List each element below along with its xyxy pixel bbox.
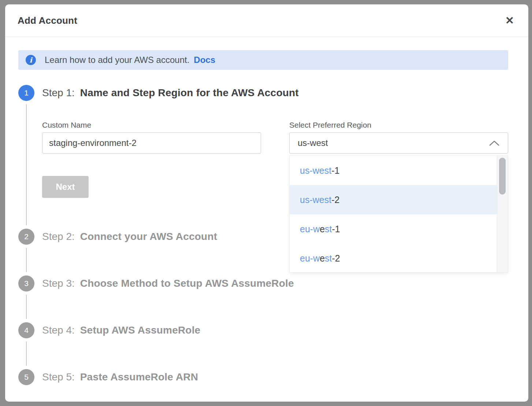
region-dropdown: us-west-1us-west-2eu-west-1eu-west-2 bbox=[289, 155, 508, 272]
option-text-segment: us-west bbox=[300, 195, 331, 205]
next-button[interactable]: Next bbox=[42, 176, 89, 198]
option-text-segment: -1 bbox=[332, 224, 340, 234]
close-icon[interactable]: ✕ bbox=[504, 14, 516, 27]
overlay-backdrop: Add Account ✕ i Learn how to add your AW… bbox=[0, 0, 532, 406]
step-5-section: 5 Step 5: Paste AssumeRole ARN bbox=[18, 369, 508, 385]
step-1-indicator: 1 bbox=[18, 85, 34, 101]
banner-text: Learn how to add your AWS account. bbox=[45, 55, 189, 65]
step-4-heading: Step 4: Setup AWS AssumeRole bbox=[42, 322, 508, 338]
modal-title: Add Account bbox=[18, 15, 77, 26]
custom-name-input[interactable] bbox=[42, 132, 261, 154]
chevron-up-icon[interactable] bbox=[489, 140, 500, 146]
step-5-heading: Step 5: Paste AssumeRole ARN bbox=[42, 369, 508, 385]
step-2-indicator: 2 bbox=[18, 229, 34, 245]
region-select[interactable]: us-west bbox=[289, 132, 508, 154]
region-select-label: Select Preferred Region bbox=[289, 121, 508, 129]
step-5-label: Step 5: bbox=[42, 371, 75, 383]
step-3-rail: 3 bbox=[18, 275, 34, 322]
option-text-segment: st bbox=[325, 224, 332, 234]
region-option-eu-west-1[interactable]: eu-west-1 bbox=[290, 214, 497, 244]
step-3-indicator: 3 bbox=[18, 275, 34, 292]
region-dropdown-options: us-west-1us-west-2eu-west-1eu-west-2 bbox=[290, 156, 497, 272]
modal-body: i Learn how to add your AWS account. Doc… bbox=[5, 37, 528, 402]
region-option-eu-west-2[interactable]: eu-west-2 bbox=[290, 244, 497, 273]
step-2-rail: 2 bbox=[18, 229, 34, 275]
custom-name-field-group: Custom Name Next bbox=[42, 121, 261, 198]
step-connector-line bbox=[26, 248, 27, 272]
step-3-section: 3 Step 3: Choose Method to Setup AWS Ass… bbox=[18, 275, 508, 322]
step-2-label: Step 2: bbox=[42, 231, 75, 243]
option-text-segment: -2 bbox=[331, 195, 339, 205]
step-4-rail: 4 bbox=[18, 322, 34, 369]
option-text-segment: eu-w bbox=[300, 224, 320, 234]
step-2-title: Connect your AWS Account bbox=[80, 231, 217, 243]
option-text-segment: -2 bbox=[332, 253, 340, 264]
step-1-heading: Step 1: Name and Step Region for the AWS… bbox=[42, 85, 508, 101]
step-4-label: Step 4: bbox=[42, 324, 75, 336]
step-1-form: Custom Name Next Select Preferred Region… bbox=[42, 121, 508, 198]
option-text-segment: st bbox=[325, 253, 332, 264]
docs-info-banner: i Learn how to add your AWS account. Doc… bbox=[18, 50, 508, 70]
region-field-group: Select Preferred Region us-west bbox=[289, 121, 508, 198]
option-text-segment: us-west bbox=[300, 165, 331, 176]
option-text-segment: e bbox=[320, 253, 325, 264]
step-3-label: Step 3: bbox=[42, 278, 75, 289]
step-5-indicator: 5 bbox=[18, 369, 34, 385]
option-text-segment: e bbox=[320, 224, 325, 234]
docs-link[interactable]: Docs bbox=[194, 55, 215, 65]
step-4-title: Setup AWS AssumeRole bbox=[80, 324, 201, 336]
step-3-title: Choose Method to Setup AWS AssumeRole bbox=[80, 278, 294, 289]
step-3-heading: Step 3: Choose Method to Setup AWS Assum… bbox=[42, 275, 508, 292]
modal-header: Add Account ✕ bbox=[5, 4, 528, 37]
step-1-section: 1 Step 1: Name and Step Region for the A… bbox=[18, 85, 508, 229]
step-1-rail: 1 bbox=[18, 85, 34, 229]
step-connector-line bbox=[26, 104, 27, 225]
custom-name-label: Custom Name bbox=[42, 121, 261, 129]
step-5-title: Paste AssumeRole ARN bbox=[80, 371, 198, 383]
info-icon: i bbox=[26, 55, 36, 65]
dropdown-scrollbar-thumb[interactable] bbox=[499, 158, 506, 195]
step-4-indicator: 4 bbox=[18, 322, 34, 338]
step-1-title: Name and Step Region for the AWS Account bbox=[80, 87, 299, 99]
add-account-modal: Add Account ✕ i Learn how to add your AW… bbox=[5, 4, 528, 402]
option-text-segment: eu-w bbox=[300, 253, 320, 264]
dropdown-scrollbar-track[interactable] bbox=[497, 156, 508, 272]
region-option-us-west-1[interactable]: us-west-1 bbox=[290, 156, 497, 185]
region-select-value: us-west bbox=[298, 138, 328, 148]
option-text-segment: -1 bbox=[331, 165, 339, 176]
step-4-section: 4 Step 4: Setup AWS AssumeRole bbox=[18, 322, 508, 369]
step-5-rail: 5 bbox=[18, 369, 34, 385]
step-1-label: Step 1: bbox=[42, 87, 75, 99]
step-connector-line bbox=[26, 295, 27, 319]
region-option-us-west-2[interactable]: us-west-2 bbox=[290, 185, 497, 214]
step-connector-line bbox=[26, 342, 27, 366]
